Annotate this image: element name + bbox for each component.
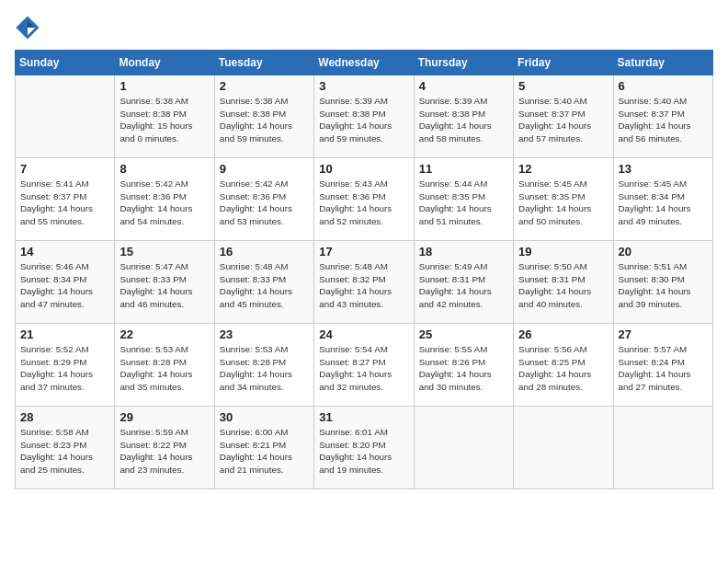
day-info: Sunrise: 5:40 AM Sunset: 8:37 PM Dayligh… — [619, 95, 708, 145]
calendar-cell — [16, 75, 115, 158]
calendar-cell: 22Sunrise: 5:53 AM Sunset: 8:28 PM Dayli… — [115, 324, 214, 407]
calendar-cell: 25Sunrise: 5:55 AM Sunset: 8:26 PM Dayli… — [414, 324, 513, 407]
logo — [15, 15, 44, 40]
calendar-week-row: 28Sunrise: 5:58 AM Sunset: 8:23 PM Dayli… — [16, 407, 713, 489]
day-info: Sunrise: 5:42 AM Sunset: 8:36 PM Dayligh… — [220, 178, 309, 228]
day-number: 14 — [20, 245, 109, 259]
day-info: Sunrise: 5:51 AM Sunset: 8:30 PM Dayligh… — [619, 260, 708, 311]
day-info: Sunrise: 5:38 AM Sunset: 8:38 PM Dayligh… — [220, 95, 309, 145]
calendar-cell: 28Sunrise: 5:58 AM Sunset: 8:23 PM Dayli… — [16, 407, 115, 489]
day-number: 7 — [20, 162, 109, 176]
day-number: 30 — [220, 410, 309, 424]
calendar-week-row: 1Sunrise: 5:38 AM Sunset: 8:38 PM Daylig… — [16, 75, 713, 158]
day-number: 13 — [619, 162, 708, 176]
day-number: 2 — [220, 79, 309, 93]
day-info: Sunrise: 5:41 AM Sunset: 8:37 PM Dayligh… — [20, 178, 109, 228]
calendar-cell: 18Sunrise: 5:49 AM Sunset: 8:31 PM Dayli… — [414, 241, 513, 324]
day-number: 18 — [419, 245, 508, 259]
day-number: 31 — [319, 410, 408, 424]
day-number: 25 — [419, 327, 508, 341]
day-number: 5 — [518, 79, 608, 93]
calendar-cell: 21Sunrise: 5:52 AM Sunset: 8:29 PM Dayli… — [16, 324, 115, 407]
day-number: 9 — [220, 162, 309, 176]
day-number: 21 — [20, 327, 109, 341]
calendar-cell: 7Sunrise: 5:41 AM Sunset: 8:37 PM Daylig… — [16, 158, 115, 241]
day-number: 11 — [419, 162, 508, 176]
day-info: Sunrise: 5:57 AM Sunset: 8:24 PM Dayligh… — [619, 343, 708, 394]
day-number: 29 — [119, 410, 209, 424]
day-number: 23 — [220, 327, 309, 341]
weekday-header-wednesday: Wednesday — [314, 51, 414, 75]
calendar-cell: 5Sunrise: 5:40 AM Sunset: 8:37 PM Daylig… — [514, 75, 613, 158]
day-info: Sunrise: 5:59 AM Sunset: 8:22 PM Dayligh… — [119, 426, 209, 477]
day-info: Sunrise: 5:43 AM Sunset: 8:36 PM Dayligh… — [319, 178, 408, 228]
day-number: 22 — [119, 327, 209, 341]
calendar-cell: 29Sunrise: 5:59 AM Sunset: 8:22 PM Dayli… — [115, 407, 214, 489]
day-number: 16 — [220, 245, 309, 259]
calendar-cell: 31Sunrise: 6:01 AM Sunset: 8:20 PM Dayli… — [314, 407, 414, 489]
day-info: Sunrise: 5:40 AM Sunset: 8:37 PM Dayligh… — [518, 95, 608, 145]
logo-icon — [15, 15, 40, 40]
calendar-cell: 19Sunrise: 5:50 AM Sunset: 8:31 PM Dayli… — [514, 241, 613, 324]
calendar-cell: 16Sunrise: 5:48 AM Sunset: 8:33 PM Dayli… — [214, 241, 313, 324]
day-number: 27 — [619, 327, 708, 341]
calendar-cell: 13Sunrise: 5:45 AM Sunset: 8:34 PM Dayli… — [613, 158, 712, 241]
day-number: 4 — [419, 79, 508, 93]
day-number: 3 — [319, 79, 408, 93]
day-number: 6 — [619, 79, 708, 93]
day-info: Sunrise: 5:48 AM Sunset: 8:33 PM Dayligh… — [220, 260, 309, 311]
day-number: 19 — [518, 245, 608, 259]
day-number: 15 — [119, 245, 209, 259]
day-info: Sunrise: 5:44 AM Sunset: 8:35 PM Dayligh… — [419, 178, 508, 228]
weekday-header-thursday: Thursday — [414, 51, 513, 75]
day-info: Sunrise: 5:42 AM Sunset: 8:36 PM Dayligh… — [119, 178, 209, 228]
day-info: Sunrise: 5:38 AM Sunset: 8:38 PM Dayligh… — [119, 95, 209, 145]
calendar-cell — [514, 407, 613, 489]
day-info: Sunrise: 5:45 AM Sunset: 8:34 PM Dayligh… — [619, 178, 708, 228]
day-info: Sunrise: 6:00 AM Sunset: 8:21 PM Dayligh… — [220, 426, 309, 477]
calendar-cell: 8Sunrise: 5:42 AM Sunset: 8:36 PM Daylig… — [115, 158, 214, 241]
weekday-header-monday: Monday — [115, 51, 214, 75]
day-info: Sunrise: 6:01 AM Sunset: 8:20 PM Dayligh… — [319, 426, 408, 477]
day-info: Sunrise: 5:56 AM Sunset: 8:25 PM Dayligh… — [518, 343, 608, 394]
calendar-cell: 23Sunrise: 5:53 AM Sunset: 8:28 PM Dayli… — [214, 324, 313, 407]
calendar-cell: 3Sunrise: 5:39 AM Sunset: 8:38 PM Daylig… — [314, 75, 414, 158]
calendar-week-row: 14Sunrise: 5:46 AM Sunset: 8:34 PM Dayli… — [16, 241, 713, 324]
calendar-cell: 27Sunrise: 5:57 AM Sunset: 8:24 PM Dayli… — [613, 324, 712, 407]
page-header — [15, 15, 713, 40]
calendar-week-row: 21Sunrise: 5:52 AM Sunset: 8:29 PM Dayli… — [16, 324, 713, 407]
calendar-cell: 20Sunrise: 5:51 AM Sunset: 8:30 PM Dayli… — [613, 241, 712, 324]
calendar-cell: 2Sunrise: 5:38 AM Sunset: 8:38 PM Daylig… — [214, 75, 313, 158]
day-info: Sunrise: 5:50 AM Sunset: 8:31 PM Dayligh… — [518, 260, 608, 311]
calendar-cell: 9Sunrise: 5:42 AM Sunset: 8:36 PM Daylig… — [214, 158, 313, 241]
calendar-cell: 30Sunrise: 6:00 AM Sunset: 8:21 PM Dayli… — [214, 407, 313, 489]
calendar-cell: 15Sunrise: 5:47 AM Sunset: 8:33 PM Dayli… — [115, 241, 214, 324]
day-info: Sunrise: 5:39 AM Sunset: 8:38 PM Dayligh… — [319, 95, 408, 145]
day-number: 8 — [119, 162, 209, 176]
day-info: Sunrise: 5:39 AM Sunset: 8:38 PM Dayligh… — [419, 95, 508, 145]
weekday-header-sunday: Sunday — [16, 51, 115, 75]
day-number: 20 — [619, 245, 708, 259]
day-number: 1 — [119, 79, 209, 93]
day-info: Sunrise: 5:45 AM Sunset: 8:35 PM Dayligh… — [518, 178, 608, 228]
calendar-cell: 14Sunrise: 5:46 AM Sunset: 8:34 PM Dayli… — [16, 241, 115, 324]
day-info: Sunrise: 5:53 AM Sunset: 8:28 PM Dayligh… — [119, 343, 209, 394]
day-info: Sunrise: 5:46 AM Sunset: 8:34 PM Dayligh… — [20, 260, 109, 311]
day-number: 10 — [319, 162, 408, 176]
weekday-header-friday: Friday — [514, 51, 613, 75]
day-info: Sunrise: 5:53 AM Sunset: 8:28 PM Dayligh… — [220, 343, 309, 394]
calendar-cell: 26Sunrise: 5:56 AM Sunset: 8:25 PM Dayli… — [514, 324, 613, 407]
day-number: 12 — [518, 162, 608, 176]
calendar-cell: 4Sunrise: 5:39 AM Sunset: 8:38 PM Daylig… — [414, 75, 513, 158]
day-number: 17 — [319, 245, 408, 259]
day-number: 28 — [20, 410, 109, 424]
calendar-table: SundayMondayTuesdayWednesdayThursdayFrid… — [15, 50, 713, 489]
day-info: Sunrise: 5:58 AM Sunset: 8:23 PM Dayligh… — [20, 426, 109, 477]
day-info: Sunrise: 5:54 AM Sunset: 8:27 PM Dayligh… — [319, 343, 408, 394]
day-info: Sunrise: 5:49 AM Sunset: 8:31 PM Dayligh… — [419, 260, 508, 311]
calendar-cell: 1Sunrise: 5:38 AM Sunset: 8:38 PM Daylig… — [115, 75, 214, 158]
weekday-header-tuesday: Tuesday — [214, 51, 313, 75]
day-number: 26 — [518, 327, 608, 341]
day-info: Sunrise: 5:55 AM Sunset: 8:26 PM Dayligh… — [419, 343, 508, 394]
calendar-week-row: 7Sunrise: 5:41 AM Sunset: 8:37 PM Daylig… — [16, 158, 713, 241]
